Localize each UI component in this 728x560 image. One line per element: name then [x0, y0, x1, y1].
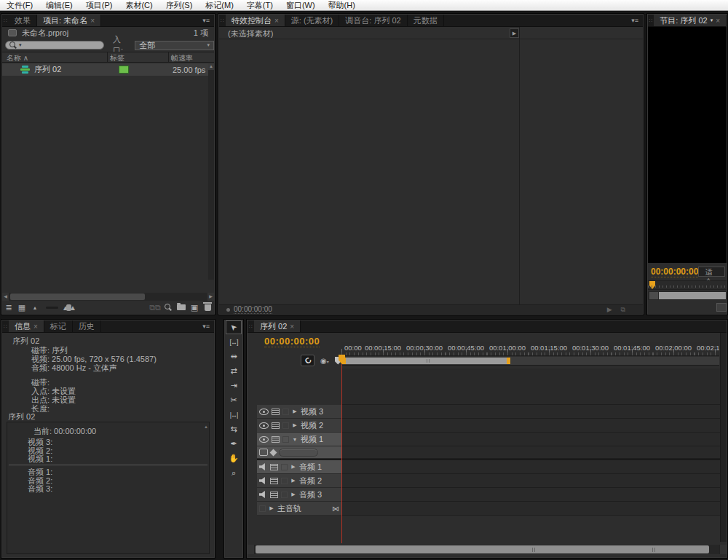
track-header[interactable]: ▶视频 3 — [257, 405, 341, 419]
icon-view-icon[interactable]: ▦ — [15, 301, 28, 313]
project-list-row[interactable]: 序列 02 25.00 fps — [2, 63, 208, 76]
menu-item[interactable]: 窗口(W) — [280, 0, 322, 11]
rate-stretch-tool[interactable]: ⇥ — [226, 379, 242, 393]
track-content[interactable] — [341, 405, 720, 419]
tab-元数据[interactable]: 元数据 — [408, 15, 444, 26]
work-area-grip[interactable] — [427, 359, 431, 363]
tab-特效控制台[interactable]: 特效控制台× — [226, 15, 285, 26]
scroll-up-icon[interactable]: ▲ — [208, 63, 214, 70]
tab-close-icon[interactable]: × — [90, 17, 95, 25]
list-view-icon[interactable]: ≣ — [2, 301, 15, 313]
column-divider[interactable] — [168, 52, 169, 62]
tab-sequence-02[interactable]: 序列 02 × — [254, 320, 301, 332]
sync-lock-icon[interactable] — [270, 478, 278, 484]
sync-lock-icon[interactable] — [272, 422, 280, 429]
panel-grip-icon[interactable]: ∷ — [248, 320, 254, 332]
scroll-thumb[interactable] — [659, 292, 726, 299]
tab-program[interactable]: 节目: 序列 02 ▾ × — [654, 15, 727, 26]
menu-item[interactable]: 素材(C) — [119, 0, 159, 11]
scroll-right-icon[interactable]: ▶ — [207, 293, 214, 301]
sync-lock-icon[interactable] — [270, 464, 278, 470]
column-divider[interactable] — [107, 52, 108, 62]
new-item-icon[interactable]: ▣ — [188, 301, 201, 313]
scroll-thumb[interactable] — [256, 545, 709, 553]
scroll-thumb[interactable] — [10, 293, 145, 300]
vertical-scrollbar[interactable]: ▲ — [208, 63, 214, 280]
scroll-left-icon[interactable]: ◀ — [2, 293, 9, 301]
track-header[interactable]: ▶主音轨⋈ — [257, 502, 341, 516]
show-timeline-view-button[interactable]: ▶ — [510, 28, 519, 38]
timeline-timecode[interactable]: 00:00:00:00 — [264, 336, 320, 347]
menu-item[interactable]: 标记(M) — [199, 0, 240, 11]
tab-效果[interactable]: 效果 — [9, 15, 37, 26]
eye-icon[interactable] — [259, 409, 269, 415]
automate-to-sequence-icon[interactable]: ⧉⧉ — [149, 301, 162, 313]
horizontal-scrollbar[interactable] — [248, 545, 727, 554]
menu-item[interactable]: 帮助(H) — [322, 0, 362, 11]
film-icon[interactable]: ⧉ — [621, 306, 625, 314]
program-timecode[interactable]: 00:00:00:00 — [651, 267, 698, 277]
collapse-icon[interactable]: ▶ — [290, 478, 296, 484]
track-lock-toggle[interactable] — [282, 409, 289, 415]
tab-close-icon[interactable]: × — [716, 17, 720, 25]
chevron-down-icon[interactable]: ▾ — [19, 42, 22, 48]
razor-tool[interactable]: ✂ — [226, 393, 242, 407]
menu-item[interactable]: 编辑(E) — [39, 0, 79, 11]
collapse-icon[interactable]: ▶ — [290, 492, 296, 497]
track-select-tool[interactable]: [↔] — [226, 335, 242, 349]
zoom-tool[interactable]: ⌕ — [226, 466, 242, 480]
zoom-out-icon[interactable]: ▲ — [28, 301, 41, 313]
chevron-down-icon[interactable]: ▾ — [711, 17, 713, 23]
delete-icon[interactable] — [201, 301, 214, 313]
tab-源-无素材-[interactable]: 源: (无素材) — [285, 15, 339, 26]
scroll-up-icon[interactable]: ▲ — [204, 423, 208, 432]
track-content[interactable] — [341, 488, 720, 502]
speaker-icon[interactable] — [259, 477, 267, 484]
panel-grip-icon[interactable]: ∷ — [648, 15, 654, 26]
track-content[interactable] — [341, 368, 720, 405]
tab-历史[interactable]: 历史 — [73, 320, 101, 332]
collapse-icon[interactable]: ▶ — [292, 409, 298, 414]
keyframe-icon[interactable] — [270, 449, 277, 456]
scroll-box-right[interactable] — [720, 545, 727, 554]
speaker-icon[interactable] — [259, 463, 267, 470]
track-lock-toggle[interactable] — [281, 478, 288, 484]
track-content[interactable] — [341, 474, 720, 488]
label-color-swatch[interactable] — [119, 66, 129, 74]
find-icon[interactable] — [162, 301, 175, 313]
track-content[interactable] — [341, 502, 720, 516]
track-header[interactable] — [257, 368, 341, 405]
tab-close-icon[interactable]: × — [33, 323, 38, 331]
slide-tool[interactable]: ⇆ — [226, 422, 242, 436]
hand-tool[interactable]: ✋ — [226, 451, 242, 465]
slip-tool[interactable]: |↔| — [226, 408, 242, 422]
snap-icon[interactable]: C — [301, 355, 314, 366]
scroll-track[interactable] — [255, 545, 719, 554]
menu-item[interactable]: 文件(F) — [0, 0, 39, 11]
track-content[interactable] — [341, 446, 720, 459]
track-lock-toggle[interactable] — [281, 464, 288, 470]
column-name[interactable]: 名称 ∧ — [7, 53, 28, 63]
track-lock-toggle[interactable] — [281, 492, 288, 498]
panel-menu-icon[interactable]: ▾≡ — [627, 15, 643, 26]
new-bin-icon[interactable] — [175, 301, 188, 313]
track-header[interactable]: ▼视频 1 — [257, 433, 341, 446]
track-content[interactable] — [341, 419, 720, 433]
panel-menu-icon[interactable]: ▾≡ — [198, 15, 214, 26]
collapse-icon[interactable]: ▼ — [292, 437, 298, 442]
search-input[interactable]: ▾ — [5, 41, 104, 50]
track-lock-toggle[interactable] — [259, 505, 266, 512]
column-framerate[interactable]: 帧速率 — [171, 53, 193, 63]
effect-controls-timecode[interactable]: 00:00:00:00 — [234, 305, 272, 314]
track-header[interactable]: ▶音频 1 — [257, 460, 341, 474]
display-style-icon[interactable] — [259, 449, 268, 456]
track-display-pill[interactable] — [279, 449, 318, 457]
tab-close-icon[interactable]: × — [290, 323, 294, 331]
track-lock-toggle[interactable] — [282, 422, 289, 429]
work-area-bar[interactable] — [342, 358, 510, 364]
scroll-box-left[interactable] — [248, 545, 254, 554]
pen-tool[interactable]: ✒ — [226, 437, 242, 451]
sync-lock-icon[interactable] — [270, 492, 278, 498]
track-header[interactable]: ▶音频 3 — [257, 488, 341, 502]
speaker-icon[interactable] — [259, 491, 267, 498]
